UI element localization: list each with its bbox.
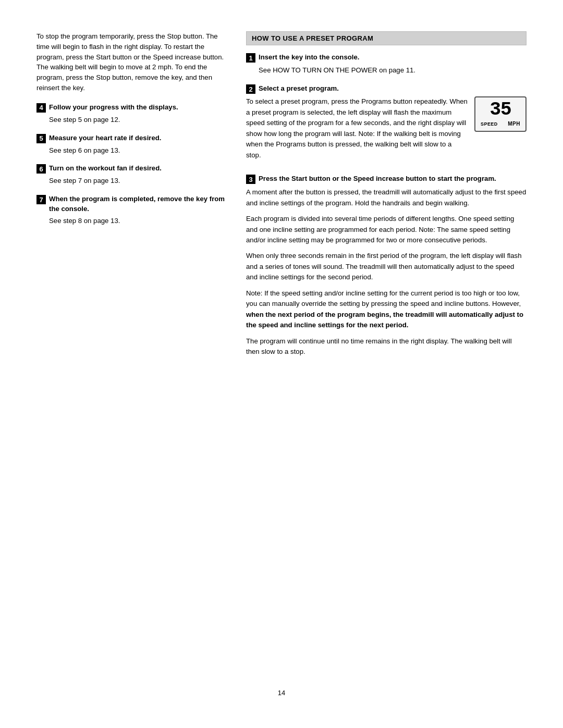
step-3-para-4: Note: If the speed setting and/or inclin…: [246, 288, 527, 331]
step-7-header: 7 When the program is completed, remove …: [36, 194, 229, 214]
right-step-3-header: 3 Press the Start button or the Speed in…: [246, 174, 527, 184]
step-3-para-4-bold: when the next period of the program begi…: [246, 311, 523, 329]
right-step-1-number: 1: [246, 53, 255, 63]
left-column: To stop the program temporarily, press t…: [36, 31, 229, 678]
speed-display-labels: SPEED MPH: [481, 121, 520, 127]
right-step-1-header: 1 Insert the key into the console.: [246, 53, 527, 63]
speed-label: SPEED: [481, 121, 498, 127]
step-7-body: See step 8 on page 13.: [49, 216, 229, 226]
right-step-2-header: 2 Select a preset program.: [246, 84, 527, 94]
step-7-block: 7 When the program is completed, remove …: [36, 194, 229, 226]
step-5-header: 5 Measure your heart rate if desired.: [36, 133, 229, 143]
page-number: 14: [36, 689, 527, 697]
step-5-number: 5: [36, 134, 46, 143]
step-7-title: When the program is completed, remove th…: [49, 194, 229, 214]
right-step-2-title: Select a preset program.: [259, 84, 339, 93]
right-column: HOW TO USE A PRESET PROGRAM 1 Insert the…: [246, 31, 527, 678]
right-step-2-number: 2: [246, 84, 255, 94]
step-6-body: See step 7 on page 13.: [49, 176, 229, 186]
step-4-title: Follow your progress with the displays.: [49, 103, 178, 112]
step-3-para-3: When only three seconds remain in the fi…: [246, 251, 527, 282]
step-4-body: See step 5 on page 12.: [49, 115, 229, 125]
step-4-header: 4 Follow your progress with the displays…: [36, 103, 229, 113]
step-5-block: 5 Measure your heart rate if desired. Se…: [36, 133, 229, 156]
step-2-text: To select a preset program, press the Pr…: [246, 96, 468, 166]
right-step-3-title: Press the Start button or the Speed incr…: [259, 174, 496, 183]
two-column-layout: To stop the program temporarily, press t…: [36, 31, 527, 678]
step-2-content-area: To select a preset program, press the Pr…: [246, 96, 527, 166]
page: To stop the program temporarily, press t…: [0, 0, 563, 728]
step-6-block: 6 Turn on the workout fan if desired. Se…: [36, 164, 229, 186]
step-4-number: 4: [36, 103, 46, 113]
step-6-title: Turn on the workout fan if desired.: [49, 164, 162, 173]
right-step-3-block: 3 Press the Start button or the Speed in…: [246, 174, 527, 357]
right-step-1-body: See HOW TO TURN ON THE POWER on page 11.: [259, 65, 527, 76]
step-7-number: 7: [36, 195, 46, 204]
step-2-paragraph: To select a preset program, press the Pr…: [246, 96, 468, 161]
step-3-para-4-normal: Note: If the speed setting and/or inclin…: [246, 289, 521, 307]
step-6-header: 6 Turn on the workout fan if desired.: [36, 164, 229, 174]
section-header: HOW TO USE A PRESET PROGRAM: [246, 31, 527, 45]
right-step-2-block: 2 Select a preset program. To select a p…: [246, 84, 527, 166]
speed-value: 35: [481, 101, 520, 119]
right-step-1-block: 1 Insert the key into the console. See H…: [246, 53, 527, 76]
mph-label: MPH: [508, 121, 520, 127]
step-6-number: 6: [36, 164, 46, 174]
step-3-para-2: Each program is divided into several tim…: [246, 214, 527, 245]
right-step-3-number: 3: [246, 175, 255, 184]
step-5-title: Measure your heart rate if desired.: [49, 133, 161, 143]
step-4-block: 4 Follow your progress with the displays…: [36, 103, 229, 125]
right-step-1-title: Insert the key into the console.: [259, 53, 359, 62]
step-3-para-5: The program will continue until no time …: [246, 336, 527, 357]
speed-display-widget: 35 SPEED MPH: [474, 96, 527, 132]
step-3-para-1: A moment after the button is pressed, th…: [246, 187, 527, 208]
intro-paragraph: To stop the program temporarily, press t…: [36, 31, 229, 93]
step-5-body: See step 6 on page 13.: [49, 145, 229, 156]
